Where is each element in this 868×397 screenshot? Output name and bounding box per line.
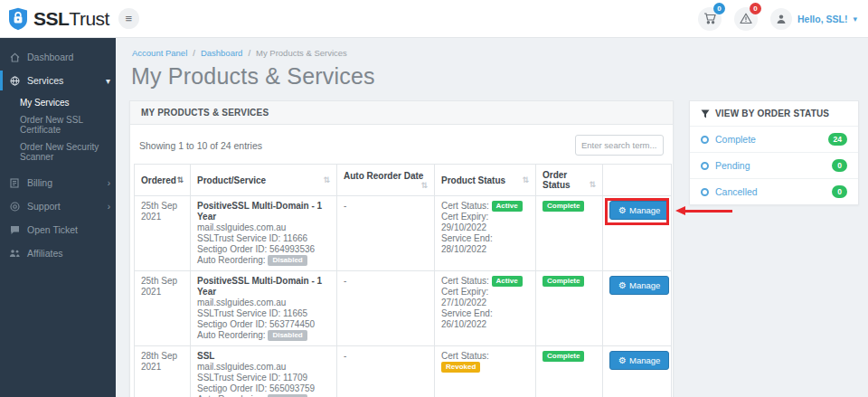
ordered-date: 28th Sep 2021 [135,346,191,397]
sidebar-item-billing[interactable]: Billing › [0,171,116,194]
hamburger-icon: ≡ [126,12,133,25]
ordered-date: 25th Sep 2021 [135,196,191,271]
page-title: My Products & Services [131,63,868,90]
filter-cancelled[interactable]: Cancelled 0 [690,178,858,204]
main-content: Account Panel / Dashboard / My Products … [116,38,868,397]
disabled-badge: Disabled [268,255,307,266]
breadcrumb-dashboard[interactable]: Dashboard [201,48,242,58]
count-badge: 0 [832,159,847,172]
chevron-right-icon: › [108,178,110,188]
filter-funnel-icon [701,109,710,118]
column-header-product-status[interactable]: Product Status⇅ [435,165,536,196]
column-header-ordered[interactable]: Ordered⇅ [135,165,191,196]
sectigo-order-id: Sectigo Order ID: 564993536 [197,244,330,255]
product-domain: mail.sslguides.com.au [197,362,330,373]
column-header-actions [603,165,672,196]
life-ring-icon [9,202,20,212]
sort-icon: ⇅ [323,175,330,184]
sidebar-item-order-ssl[interactable]: Order New SSL Certificate [0,111,116,138]
breadcrumb-current: My Products & Services [256,48,347,58]
ordered-date: 25th Sep 2021 [135,271,191,346]
table-row: 28th Sep 2021 SSL mail.sslguides.com.au … [135,346,672,397]
manage-button[interactable]: ⚙Manage [609,351,669,370]
product-domain: mail.sslguides.com.au [197,222,330,233]
order-status-cell: Complete [536,271,603,346]
gear-icon: ⚙ [618,356,627,365]
entries-info: Showing 1 to 10 of 24 entries [139,140,262,151]
sidebar-item-order-scanner[interactable]: Order New Security Scanner [0,138,116,165]
cart-icon [703,13,716,24]
sectigo-order-id: Sectigo Order ID: 565093759 [197,383,330,394]
auto-reordering-line: Auto Reordering: Disabled [197,255,330,266]
sort-icon: ⇅ [522,175,529,184]
product-name: PositiveSSL Multi-Domain - 1 Year [197,276,330,298]
manage-cell: ⚙Manage [603,196,672,271]
cert-status-line: Cert Status: Active [441,276,529,287]
invoice-icon [9,178,20,188]
product-cell: SSL mail.sslguides.com.au SSLTrust Servi… [191,346,337,397]
manage-button[interactable]: ⚙Manage [609,201,669,220]
shield-lock-icon [8,7,28,31]
sidebar-item-dashboard[interactable]: Dashboard [0,45,116,69]
products-card: MY PRODUCTS & SERVICES Showing 1 to 10 o… [129,100,674,397]
auto-reorder-date: - [337,196,435,271]
sidebar-item-support[interactable]: Support › [0,194,116,218]
ssltrust-logo[interactable]: SSLTrust [0,7,109,31]
service-id: SSLTrust Service ID: 11665 [197,308,330,319]
service-id: SSLTrust Service ID: 11666 [197,233,330,244]
column-header-auto-reorder[interactable]: Auto Reorder Date⇅ [337,165,435,196]
product-domain: mail.sslguides.com.au [197,298,330,308]
order-status-cell: Complete [536,196,603,271]
service-end-line: Service End: 26/10/2022 [441,308,529,330]
order-status-badge: Complete [542,201,584,212]
order-status-panel: VIEW BY ORDER STATUS Complete 24 Pending… [689,100,859,205]
gear-icon: ⚙ [618,206,627,215]
sidebar-item-services[interactable]: Services ▾ [0,69,116,92]
sidebar-item-open-ticket[interactable]: Open Ticket [0,218,116,241]
cart-button[interactable]: 0 [698,7,722,31]
sort-icon: ⇅ [176,175,184,184]
cert-status-badge: Active [492,201,523,212]
breadcrumb-account-panel[interactable]: Account Panel [132,48,187,58]
manage-button[interactable]: ⚙Manage [609,276,669,295]
column-header-product[interactable]: Product/Service⇅ [191,165,337,196]
column-header-order-status[interactable]: Order Status⇅ [536,165,603,196]
sidebar-item-my-services[interactable]: My Services [0,94,116,111]
breadcrumb-separator: / [248,48,250,58]
chevron-down-icon: ▾ [106,76,110,86]
circle-icon [701,136,709,144]
filter-pending[interactable]: Pending 0 [690,152,858,178]
sidebar-item-affiliates[interactable]: Affiliates [0,241,116,265]
cert-status-line: Cert Status: Revoked [441,351,529,373]
filter-complete[interactable]: Complete 24 [690,126,858,152]
product-status-cell: Cert Status: Active Cert Expiry: 27/10/2… [435,271,536,346]
panel-header: VIEW BY ORDER STATUS [690,101,858,126]
table-row: 25th Sep 2021 PositiveSSL Multi-Domain -… [135,196,672,271]
top-bar: SSLTrust ≡ 0 0 [0,0,868,38]
manage-cell: ⚙Manage [603,271,672,346]
chat-bubble-icon [9,225,20,235]
user-icon [770,8,792,30]
breadcrumb-separator: / [193,48,195,58]
caret-down-icon: ▾ [853,14,857,24]
cert-status-line: Cert Status: Active [441,201,529,212]
sidebar: Dashboard Services ▾ My Services Order N… [0,38,116,397]
brand-text: SSLTrust [33,8,109,30]
menu-toggle-button[interactable]: ≡ [118,8,139,29]
products-table: Ordered⇅ Product/Service⇅ Auto Reorder D… [134,164,672,397]
manage-cell: ⚙Manage [603,346,672,397]
cert-status-badge: Active [492,276,523,287]
cert-expiry-line: Cert Expiry: 27/10/2022 [441,287,529,308]
sort-icon: ⇅ [589,180,596,189]
alerts-button[interactable]: 0 [734,7,758,31]
users-icon [9,249,20,258]
auto-reorder-date: - [337,271,435,346]
circle-icon [701,188,709,196]
user-greeting: Hello, SSL! [797,14,847,24]
search-input[interactable] [575,135,664,156]
disabled-badge: Disabled [268,330,307,341]
order-status-badge: Complete [542,351,584,362]
circle-icon [701,162,709,170]
auto-reorder-date: - [337,346,435,397]
user-menu[interactable]: Hello, SSL! ▾ [770,8,857,30]
